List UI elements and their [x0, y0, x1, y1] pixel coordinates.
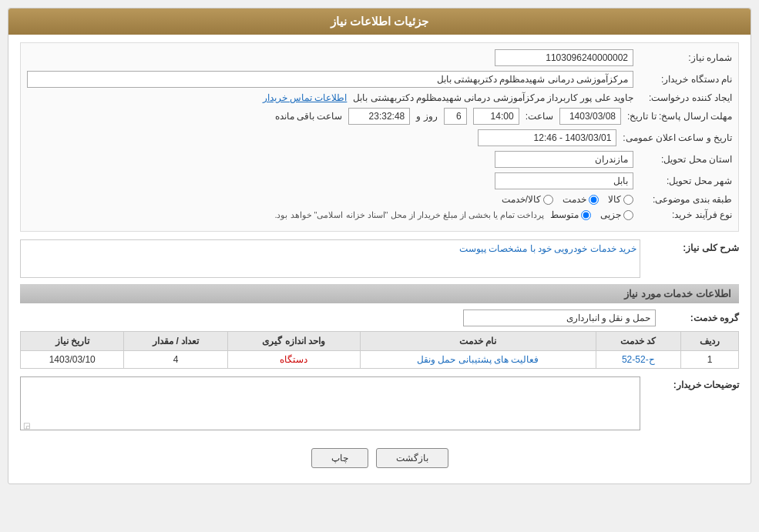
button-row: بازگشت چاپ	[20, 440, 739, 476]
buyer-desc-label: توضیحات خریدار:	[646, 376, 739, 390]
org-name-value: مرکزآموزشی درمانی شهیدمظلوم دکتربهشتی با…	[27, 71, 633, 88]
description-value: خرید خدمات خودرویی خود با مشخصات پیوست	[20, 239, 640, 278]
category-label: طبقه بندی موضوعی:	[640, 194, 732, 205]
request-number-row: شماره نیاز: 1103096240000002	[27, 49, 732, 66]
deadline-time-label: ساعت:	[526, 111, 553, 122]
category-radio-kala-khedmat[interactable]: کالا/خدمت	[502, 194, 553, 205]
city-value: بابل	[495, 172, 633, 189]
process-radio-mottavasset[interactable]: متوسط	[550, 209, 591, 220]
request-number-value: 1103096240000002	[495, 49, 633, 66]
group-service-value: حمل و نقل و انبارداری	[463, 309, 656, 326]
announce-label: تاریخ و ساعت اعلان عمومی:	[623, 132, 732, 143]
category-radio-kala[interactable]: کالا	[608, 194, 633, 205]
card-body: شماره نیاز: 1103096240000002 نام دستگاه …	[8, 35, 751, 483]
info-section: شماره نیاز: 1103096240000002 نام دستگاه …	[20, 42, 739, 232]
col-header-quantity: تعداد / مقدار	[124, 332, 227, 351]
resize-icon-buyer: ◲	[23, 421, 30, 430]
deadline-days: 6	[444, 108, 467, 125]
category-row: طبقه بندی موضوعی: کالا خدمت کالا/خدمت	[27, 194, 732, 205]
deadline-days-label: روز و	[416, 111, 437, 122]
cell-date-0: 1403/03/10	[21, 351, 124, 369]
cell-row-0: 1	[681, 351, 739, 369]
card-header: جزئیات اطلاعات نیاز	[8, 8, 751, 35]
description-section: شرح کلی نیاز: خرید خدمات خودرویی خود با …	[20, 239, 739, 278]
category-radio-khedmat[interactable]: خدمت	[563, 194, 599, 205]
deadline-date: 1403/03/08	[559, 108, 621, 125]
announce-value: 1403/03/01 - 12:46	[478, 129, 616, 146]
process-note: پرداخت تمام یا بخشی از مبلغ خریدار از مح…	[274, 210, 544, 220]
process-row: نوع فرآیند خرید: جزیی متوسط پرداخت تمام …	[27, 209, 732, 220]
deadline-remaining-label: ساعت باقی مانده	[275, 111, 343, 122]
print-button[interactable]: چاپ	[311, 448, 368, 468]
back-button[interactable]: بازگشت	[376, 448, 448, 468]
col-header-row: ردیف	[681, 332, 739, 351]
org-name-label: نام دستگاه خریدار:	[640, 74, 732, 85]
creator-name: جاوید علی پور کاربرداز مرکزآموزشی درمانی…	[353, 92, 633, 103]
process-label: نوع فرآیند خرید:	[640, 209, 732, 220]
table-header-row: ردیف کد خدمت نام خدمت واحد اندازه گیری ت…	[21, 332, 739, 351]
request-number-label: شماره نیاز:	[640, 52, 732, 63]
creator-link[interactable]: اطلاعات تماس خریدار	[263, 92, 348, 103]
org-name-row: نام دستگاه خریدار: مرکزآموزشی درمانی شهی…	[27, 71, 732, 88]
col-header-name: نام خدمت	[360, 332, 596, 351]
page-title: جزئیات اطلاعات نیاز	[331, 15, 428, 28]
group-service-row: گروه خدمت: حمل و نقل و انبارداری	[20, 309, 739, 326]
col-header-code: کد خدمت	[596, 332, 680, 351]
cell-code-0: ح-52-52	[596, 351, 680, 369]
cell-name-0: فعالیت های پشتیبانی حمل ونقل	[360, 351, 596, 369]
category-kala-khedmat-label: کالا/خدمت	[502, 194, 541, 205]
deadline-time: 14:00	[473, 108, 519, 125]
category-radio-group: کالا خدمت کالا/خدمت	[502, 194, 633, 205]
category-kala-label: کالا	[608, 194, 621, 205]
city-row: شهر محل تحویل: بابل	[27, 172, 732, 189]
city-label: شهر محل تحویل:	[640, 176, 732, 186]
announce-row: تاریخ و ساعت اعلان عمومی: 1403/03/01 - 1…	[27, 129, 732, 146]
province-row: استان محل تحویل: مازندران	[27, 151, 732, 168]
province-label: استان محل تحویل:	[640, 154, 732, 165]
creator-row: ایجاد کننده درخواست: جاوید علی پور کاربر…	[27, 92, 732, 103]
col-header-unit: واحد اندازه گیری	[227, 332, 360, 351]
process-mottavasset-label: متوسط	[550, 209, 579, 220]
cell-quantity-0: 4	[124, 351, 227, 369]
services-section-title: اطلاعات خدمات مورد نیاز	[20, 284, 739, 303]
deadline-row: مهلت ارسال پاسخ: تا تاریخ: 1403/03/08 سا…	[27, 108, 732, 125]
process-jozei-label: جزیی	[600, 209, 621, 220]
table-row: 1 ح-52-52 فعالیت های پشتیبانی حمل ونقل د…	[21, 351, 739, 369]
cell-unit-0: دستگاه	[227, 351, 360, 369]
province-value: مازندران	[495, 151, 633, 168]
group-service-label: گروه خدمت:	[662, 313, 739, 323]
category-khedmat-label: خدمت	[563, 194, 586, 205]
page-container: جزئیات اطلاعات نیاز شماره نیاز: 11030962…	[0, 0, 759, 532]
description-label: شرح کلی نیاز:	[646, 239, 739, 253]
services-table: ردیف کد خدمت نام خدمت واحد اندازه گیری ت…	[20, 331, 739, 369]
buyer-desc-textarea[interactable]	[20, 376, 640, 430]
deadline-remaining: 23:32:48	[348, 108, 410, 125]
main-card: جزئیات اطلاعات نیاز شماره نیاز: 11030962…	[8, 8, 751, 484]
deadline-label: مهلت ارسال پاسخ: تا تاریخ:	[627, 111, 732, 122]
buyer-description-section: توضیحات خریدار: ◲	[20, 376, 739, 433]
process-radio-jozei[interactable]: جزیی	[600, 209, 633, 220]
creator-label: ایجاد کننده درخواست:	[640, 92, 732, 103]
process-radio-group: جزیی متوسط	[550, 209, 633, 220]
col-header-date: تاریخ نیاز	[21, 332, 124, 351]
